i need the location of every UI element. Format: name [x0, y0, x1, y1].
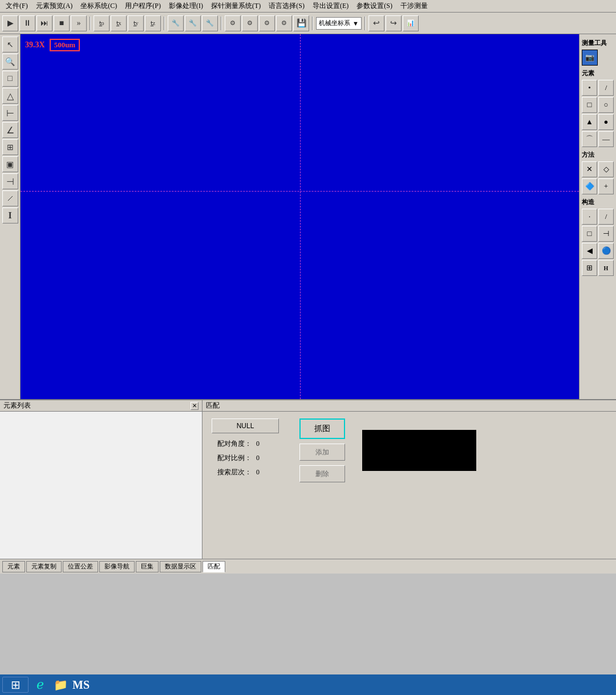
elem-list-close-btn[interactable]: ✕: [191, 402, 198, 410]
search-label: 搜索层次：: [212, 468, 252, 477]
methods-row2: 🔷 +: [582, 178, 614, 194]
construct-hbar-btn[interactable]: ⊣: [598, 226, 614, 242]
app-logo-icon: MS: [72, 678, 90, 692]
match-buttons: 抓图 添加 删除: [299, 418, 345, 482]
circle-elem-btn[interactable]: ○: [598, 97, 614, 113]
tool-ty-btn[interactable]: t̲y: [128, 15, 144, 31]
tab-image-nav[interactable]: 影像导航: [99, 561, 135, 572]
construct-grid-btn[interactable]: ⊞: [582, 260, 597, 276]
frame-tool[interactable]: ▣: [2, 156, 18, 172]
text-tool[interactable]: I: [2, 208, 18, 223]
method-3d-btn[interactable]: 🔷: [582, 178, 597, 194]
menubar: 文件(F) 元素预览(A) 坐标系统(C) 用户程序(P) 影像处理(I) 探针…: [0, 0, 616, 13]
tab-elements[interactable]: 元素: [2, 561, 25, 572]
menu-item-probe[interactable]: 探针测量系统(T): [208, 0, 264, 12]
app-icon[interactable]: MS: [72, 677, 90, 693]
coord-system-dropdown[interactable]: 机械坐标系 ▼: [316, 17, 362, 30]
menu-item-export[interactable]: 导出设置(E): [309, 0, 352, 12]
toolbar-separator-5: [364, 17, 366, 30]
zoom-tool[interactable]: 🔍: [2, 54, 18, 70]
match-title: 匹配: [206, 401, 220, 411]
viewport[interactable]: 39.3X 500um: [21, 34, 579, 399]
tool-tx-btn[interactable]: t̲x: [111, 15, 127, 31]
construct-h-btn[interactable]: H: [598, 260, 614, 276]
delete-button[interactable]: 删除: [299, 465, 345, 482]
triangle-elem-btn[interactable]: ▲: [582, 114, 597, 130]
angle2-tool[interactable]: ⟋: [2, 190, 18, 206]
toolbar-separator-1: [90, 17, 91, 30]
method-x-btn[interactable]: ✕: [582, 161, 597, 177]
search-row: 搜索层次： 0: [212, 468, 279, 477]
menu-item-user-prog[interactable]: 用户程序(P): [121, 0, 164, 12]
tool-b4-btn[interactable]: ⚙: [276, 15, 292, 31]
menu-item-params[interactable]: 参数设置(S): [353, 0, 396, 12]
help-button[interactable]: 📊: [403, 15, 419, 31]
tool-b3-btn[interactable]: ⚙: [259, 15, 275, 31]
ie-icon[interactable]: ℯ: [31, 677, 49, 693]
add-button[interactable]: 添加: [299, 444, 345, 461]
tool-b2-btn[interactable]: ⚙: [242, 15, 258, 31]
tab-match[interactable]: 匹配: [202, 561, 225, 572]
curve-elem-btn[interactable]: ⌒: [582, 131, 597, 147]
menu-item-image-proc[interactable]: 影像处理(I): [165, 0, 206, 12]
line-tool[interactable]: △: [2, 88, 18, 104]
menu-item-file[interactable]: 文件(F): [2, 0, 31, 12]
tool-b1-btn[interactable]: ⚙: [225, 15, 241, 31]
tool-a2-btn[interactable]: 🔧: [185, 15, 201, 31]
elements-row3: ▲ ●: [582, 114, 614, 130]
pause-button[interactable]: ⏸: [19, 15, 35, 31]
construct-arrow-btn[interactable]: ◀: [582, 243, 597, 259]
folder-icon[interactable]: 📁: [51, 677, 70, 693]
tool-to-btn[interactable]: t̲o: [94, 15, 110, 31]
ellipse-elem-btn[interactable]: ●: [598, 114, 614, 130]
redo-button[interactable]: ↪: [386, 15, 402, 31]
measure-tools-title: 测量工具: [582, 39, 614, 47]
construct-dot-btn[interactable]: ·: [582, 209, 597, 225]
menu-item-coord[interactable]: 坐标系统(C): [77, 0, 120, 12]
start-icon: ⊞: [11, 678, 21, 692]
stop-button[interactable]: ■: [54, 15, 70, 31]
scale-bar: 500um: [50, 39, 80, 51]
menu-item-interfere[interactable]: 干涉测量: [397, 0, 431, 12]
menu-item-elem-preview[interactable]: 元素预览(A): [33, 0, 76, 12]
grid-tool[interactable]: ⊞: [2, 139, 18, 155]
null-button[interactable]: NULL: [212, 418, 279, 433]
elements-row2: □ ○: [582, 97, 614, 113]
coord-system-label: 机械坐标系: [319, 19, 350, 27]
cursor-tool[interactable]: ↖: [2, 36, 18, 52]
point-elem-btn[interactable]: •: [582, 80, 597, 96]
undo-button[interactable]: ↩: [368, 15, 384, 31]
line-elem-btn[interactable]: /: [598, 80, 614, 96]
menu-item-lang[interactable]: 语言选择(S): [265, 0, 308, 12]
fast-forward-button[interactable]: »: [71, 15, 87, 31]
dist-tool[interactable]: ⊣: [2, 173, 18, 189]
save-button[interactable]: 💾: [293, 15, 309, 31]
step-button[interactable]: ⏭: [37, 15, 52, 31]
camera-tool-btn[interactable]: 📷: [582, 50, 598, 66]
measure-tool[interactable]: ⊢: [2, 105, 18, 121]
construct-cyl-btn[interactable]: 🔵: [598, 243, 614, 259]
start-button[interactable]: ⊞: [2, 677, 29, 693]
construct-diag-btn[interactable]: /: [598, 209, 614, 225]
match-panel: 匹配 NULL 配对角度： 0 配对比例： 0 搜索层次： 0: [202, 400, 616, 559]
match-content: NULL 配对角度： 0 配对比例： 0 搜索层次： 0 抓图: [202, 412, 616, 489]
method-plus-btn[interactable]: +: [598, 178, 614, 194]
tab-data-display[interactable]: 数据显示区: [160, 561, 201, 572]
construct-rect-btn[interactable]: □: [582, 226, 597, 242]
hline-elem-btn[interactable]: —: [598, 131, 614, 147]
play-button[interactable]: ▶: [2, 15, 18, 31]
rect-tool[interactable]: □: [2, 71, 18, 87]
method-diamond-btn[interactable]: ◇: [598, 161, 614, 177]
tab-elem-copy[interactable]: 元素复制: [26, 561, 62, 572]
capture-button[interactable]: 抓图: [299, 418, 345, 439]
angle-tool[interactable]: ∠: [2, 122, 18, 138]
elem-list-title: 元素列表: [3, 401, 31, 411]
tab-position-tol[interactable]: 位置公差: [63, 561, 98, 572]
rect-elem-btn[interactable]: □: [582, 97, 597, 113]
tool-a3-btn[interactable]: 🔧: [202, 15, 218, 31]
tool-tz-btn[interactable]: t̲z: [145, 15, 161, 31]
construct-row2: □ ⊣: [582, 226, 614, 242]
tool-a1-btn[interactable]: 🔧: [168, 15, 184, 31]
tab-macro[interactable]: 巨集: [136, 561, 159, 572]
right-panel: 测量工具 📷 元素 • / □ ○ ▲ ● ⌒ — 方法 ✕ ◇ 🔷 + 构: [579, 34, 616, 399]
